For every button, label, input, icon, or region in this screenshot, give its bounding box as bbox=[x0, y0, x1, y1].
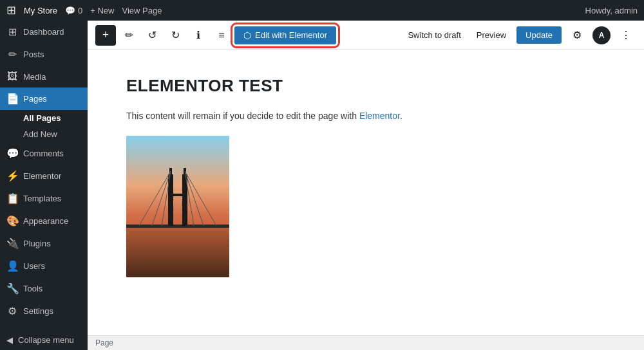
view-page-button[interactable]: View Page bbox=[122, 6, 162, 15]
sidebar-item-appearance[interactable]: 🎨 Appearance bbox=[0, 210, 88, 232]
list-icon: ≡ bbox=[218, 30, 224, 41]
gear-icon: ⚙ bbox=[573, 29, 582, 41]
ellipsis-icon: ⋮ bbox=[621, 29, 631, 41]
settings-icon: ⚙ bbox=[6, 305, 18, 317]
elementor-icon: ⚡ bbox=[6, 170, 18, 182]
sidebar-item-label: Tools bbox=[23, 284, 43, 293]
page-editor: ELEMENTOR TEST This content will remain … bbox=[88, 50, 644, 335]
svg-rect-2 bbox=[126, 225, 229, 228]
pen-tool-button[interactable]: ✏ bbox=[118, 25, 139, 46]
main-layout: ⊞ Dashboard ✏ Posts 🖼 Media 📄 Pages All … bbox=[0, 21, 644, 350]
undo-icon: ↺ bbox=[148, 29, 156, 41]
new-button[interactable]: + New bbox=[90, 6, 114, 15]
update-button[interactable]: Update bbox=[516, 26, 562, 44]
content-suffix: . bbox=[400, 111, 402, 121]
collapse-label: Collapse menu bbox=[18, 335, 74, 345]
collapse-menu-button[interactable]: ◀ Collapse menu bbox=[0, 330, 88, 350]
sidebar-item-comments[interactable]: 💬 Comments bbox=[0, 142, 88, 165]
pages-icon: 📄 bbox=[6, 93, 18, 105]
elementor-e-icon: ⬡ bbox=[243, 30, 251, 41]
sidebar-item-label: Elementor bbox=[23, 171, 61, 181]
sidebar-item-label: Pages bbox=[23, 94, 47, 104]
info-icon: ℹ bbox=[196, 29, 200, 41]
sidebar-item-label: Comments bbox=[23, 149, 64, 158]
sidebar-item-label: Media bbox=[23, 72, 46, 82]
content-area: + ✏ ↺ ↻ ℹ ≡ ⬡ Edit with Elementor Sw bbox=[88, 21, 644, 350]
page-status: Page bbox=[95, 338, 113, 347]
bridge-svg bbox=[126, 136, 229, 277]
sidebar-item-label: Users bbox=[23, 261, 45, 271]
site-name[interactable]: My Store bbox=[24, 6, 57, 15]
page-content: This content will remain if you decide t… bbox=[126, 109, 605, 123]
elementor-link[interactable]: Elementor bbox=[359, 111, 400, 121]
comments-icon: 💬 bbox=[6, 147, 18, 160]
howdy-text: Howdy, admin bbox=[585, 6, 638, 15]
sidebar-item-tools[interactable]: 🔧 Tools bbox=[0, 277, 88, 300]
undo-button[interactable]: ↺ bbox=[142, 25, 162, 46]
posts-icon: ✏ bbox=[6, 48, 18, 60]
preview-button[interactable]: Preview bbox=[471, 28, 511, 42]
list-view-button[interactable]: ≡ bbox=[211, 25, 232, 46]
page-image bbox=[126, 136, 229, 277]
sidebar-item-plugins[interactable]: 🔌 Plugins bbox=[0, 232, 88, 255]
add-block-button[interactable]: + bbox=[95, 25, 116, 46]
edit-elementor-button[interactable]: ⬡ Edit with Elementor bbox=[234, 26, 336, 44]
settings-button[interactable]: ⚙ bbox=[567, 25, 587, 46]
sidebar-item-media[interactable]: 🖼 Media bbox=[0, 66, 88, 88]
users-icon: 👤 bbox=[6, 260, 18, 272]
appearance-icon: 🎨 bbox=[6, 215, 18, 227]
info-button[interactable]: ℹ bbox=[188, 25, 209, 46]
comment-count: 0 bbox=[78, 6, 82, 15]
tools-icon: 🔧 bbox=[6, 282, 18, 295]
wp-logo[interactable]: ⊞ bbox=[6, 3, 16, 17]
collapse-icon: ◀ bbox=[6, 335, 13, 345]
sidebar-item-label: Settings bbox=[23, 306, 53, 316]
status-bar: Page bbox=[88, 335, 644, 350]
pen-icon: ✏ bbox=[125, 29, 133, 41]
editor-toolbar: + ✏ ↺ ↻ ℹ ≡ ⬡ Edit with Elementor Sw bbox=[88, 21, 644, 50]
templates-icon: 📋 bbox=[6, 192, 18, 205]
sidebar-item-label: Plugins bbox=[23, 239, 51, 248]
sidebar: ⊞ Dashboard ✏ Posts 🖼 Media 📄 Pages All … bbox=[0, 21, 88, 350]
sidebar-item-posts[interactable]: ✏ Posts bbox=[0, 43, 88, 66]
page-title: ELEMENTOR TEST bbox=[126, 76, 605, 96]
sidebar-item-templates[interactable]: 📋 Templates bbox=[0, 187, 88, 210]
plugins-icon: 🔌 bbox=[6, 237, 18, 250]
sidebar-item-settings[interactable]: ⚙ Settings bbox=[0, 300, 88, 322]
plus-icon: + bbox=[102, 28, 109, 42]
more-options-button[interactable]: ⋮ bbox=[616, 25, 636, 46]
sidebar-item-label: Appearance bbox=[23, 216, 68, 226]
edit-elementor-label: Edit with Elementor bbox=[255, 30, 327, 40]
svg-rect-1 bbox=[126, 226, 229, 277]
admin-bar: ⊞ My Store 💬 0 + New View Page Howdy, ad… bbox=[0, 0, 644, 21]
redo-icon: ↻ bbox=[171, 29, 180, 41]
bridge-image bbox=[126, 136, 229, 277]
sidebar-subitem-all-pages[interactable]: All Pages bbox=[0, 110, 88, 126]
sidebar-item-dashboard[interactable]: ⊞ Dashboard bbox=[0, 21, 88, 43]
svg-rect-5 bbox=[168, 194, 187, 196]
sidebar-submenu-pages: All Pages Add New bbox=[0, 110, 88, 142]
switch-draft-button[interactable]: Switch to draft bbox=[402, 28, 466, 42]
redo-button[interactable]: ↻ bbox=[165, 25, 185, 46]
sidebar-item-pages[interactable]: 📄 Pages bbox=[0, 88, 88, 110]
content-text: This content will remain if you decide t… bbox=[126, 111, 359, 121]
sidebar-item-label: Posts bbox=[23, 50, 44, 59]
sidebar-item-elementor[interactable]: ⚡ Elementor bbox=[0, 165, 88, 187]
sidebar-item-users[interactable]: 👤 Users bbox=[0, 255, 88, 277]
sidebar-item-label: Dashboard bbox=[23, 27, 64, 37]
dashboard-icon: ⊞ bbox=[6, 26, 18, 38]
comment-count-item[interactable]: 💬 0 bbox=[65, 6, 82, 15]
media-icon: 🖼 bbox=[6, 71, 18, 82]
sidebar-item-label: Templates bbox=[23, 194, 61, 203]
sidebar-subitem-add-new[interactable]: Add New bbox=[0, 126, 88, 142]
avatar[interactable]: A bbox=[592, 26, 611, 44]
toolbar-right: Switch to draft Preview Update ⚙ A ⋮ bbox=[402, 25, 636, 46]
comment-icon: 💬 bbox=[65, 6, 75, 15]
